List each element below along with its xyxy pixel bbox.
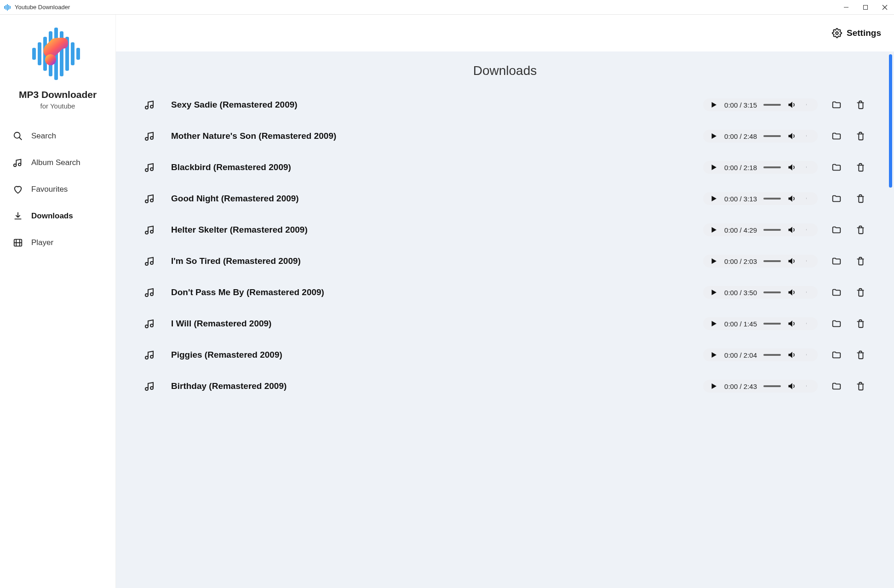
delete-button[interactable] [855, 350, 865, 360]
more-icon[interactable] [803, 101, 811, 109]
page-title: Downloads [116, 63, 894, 78]
progress-bar[interactable] [763, 198, 781, 200]
delete-button[interactable] [855, 194, 865, 204]
sidebar-item-album-search[interactable]: Album Search [8, 149, 107, 176]
delete-button[interactable] [855, 225, 865, 235]
progress-bar[interactable] [763, 385, 781, 387]
svg-rect-16 [71, 42, 74, 65]
progress-bar[interactable] [763, 229, 781, 231]
svg-point-27 [806, 167, 807, 167]
delete-button[interactable] [855, 100, 865, 110]
download-row: I'm So Tired (Remastered 2009) 0:00 / 2:… [138, 245, 872, 277]
delete-button[interactable] [855, 381, 865, 391]
play-button[interactable] [710, 351, 718, 359]
progress-bar[interactable] [763, 166, 781, 168]
open-folder-button[interactable] [831, 381, 842, 391]
more-icon[interactable] [803, 163, 811, 171]
volume-icon[interactable] [787, 194, 797, 203]
play-button[interactable] [710, 194, 718, 203]
track-title: Don't Pass Me By (Remastered 2009) [171, 287, 703, 297]
volume-icon[interactable] [787, 225, 797, 234]
open-folder-button[interactable] [831, 225, 842, 235]
open-folder-button[interactable] [831, 287, 842, 297]
app-logo [30, 24, 86, 84]
more-icon[interactable] [803, 257, 811, 265]
play-button[interactable] [710, 132, 718, 140]
progress-bar[interactable] [763, 291, 781, 293]
sidebar-item-label: Favourites [31, 185, 68, 194]
play-button[interactable] [710, 382, 718, 390]
settings-button[interactable]: Settings [832, 28, 881, 38]
play-button[interactable] [710, 226, 718, 234]
svg-point-47 [806, 385, 807, 386]
more-icon[interactable] [803, 194, 811, 203]
volume-icon[interactable] [787, 350, 797, 360]
music-icon [144, 131, 155, 142]
svg-point-39 [806, 292, 807, 292]
time-display: 0:00 / 1:45 [724, 320, 757, 328]
delete-button[interactable] [855, 131, 865, 141]
play-button[interactable] [710, 320, 718, 328]
volume-icon[interactable] [787, 288, 797, 297]
progress-bar[interactable] [763, 354, 781, 356]
download-row: Helter Skelter (Remastered 2009) 0:00 / … [138, 214, 872, 245]
play-button[interactable] [710, 101, 718, 109]
progress-bar[interactable] [763, 135, 781, 137]
delete-button[interactable] [855, 319, 865, 329]
music-icon [13, 158, 23, 168]
sidebar-item-search[interactable]: Search [8, 123, 107, 149]
track-title: Mother Nature's Son (Remastered 2009) [171, 131, 703, 141]
delete-button[interactable] [855, 162, 865, 172]
open-folder-button[interactable] [831, 256, 842, 266]
delete-button[interactable] [855, 287, 865, 297]
volume-icon[interactable] [787, 100, 797, 109]
volume-icon[interactable] [787, 163, 797, 172]
more-icon[interactable] [803, 320, 811, 328]
open-folder-button[interactable] [831, 162, 842, 172]
time-display: 0:00 / 2:04 [724, 351, 757, 359]
more-icon[interactable] [803, 132, 811, 140]
volume-icon[interactable] [787, 131, 797, 141]
svg-point-48 [806, 386, 807, 386]
window-minimize-button[interactable] [841, 2, 852, 13]
sidebar-item-downloads[interactable]: Downloads [8, 203, 107, 229]
open-folder-button[interactable] [831, 100, 842, 110]
volume-icon[interactable] [787, 319, 797, 328]
delete-button[interactable] [855, 256, 865, 266]
svg-rect-6 [864, 5, 868, 9]
sidebar-item-favourites[interactable]: Favourites [8, 176, 107, 203]
open-folder-button[interactable] [831, 131, 842, 141]
progress-bar[interactable] [763, 323, 781, 325]
play-button[interactable] [710, 257, 718, 265]
content: Downloads Sexy Sadie (Remastered 2009) 0… [116, 51, 894, 588]
sidebar-item-player[interactable]: Player [8, 229, 107, 256]
download-row: Piggies (Remastered 2009) 0:00 / 2:04 [138, 339, 872, 371]
music-icon [144, 318, 155, 329]
svg-point-35 [806, 260, 807, 261]
svg-rect-2 [7, 4, 8, 11]
audio-player: 0:00 / 3:50 [703, 286, 818, 299]
svg-point-45 [806, 354, 807, 355]
window-maximize-button[interactable] [860, 2, 871, 13]
track-title: Good Night (Remastered 2009) [171, 194, 703, 204]
progress-bar[interactable] [763, 104, 781, 106]
time-display: 0:00 / 4:29 [724, 226, 757, 234]
progress-bar[interactable] [763, 260, 781, 262]
more-icon[interactable] [803, 226, 811, 234]
open-folder-button[interactable] [831, 319, 842, 329]
volume-icon[interactable] [787, 257, 797, 266]
open-folder-button[interactable] [831, 350, 842, 360]
more-icon[interactable] [803, 351, 811, 359]
open-folder-button[interactable] [831, 194, 842, 204]
scrollbar-thumb[interactable] [889, 54, 892, 188]
more-icon[interactable] [803, 382, 811, 390]
svg-rect-9 [32, 48, 36, 60]
download-row: Birthday (Remastered 2009) 0:00 / 2:43 [138, 371, 872, 402]
play-button[interactable] [710, 288, 718, 297]
volume-icon[interactable] [787, 382, 797, 391]
svg-rect-3 [8, 5, 9, 10]
more-icon[interactable] [803, 288, 811, 297]
audio-player: 0:00 / 1:45 [703, 317, 818, 330]
play-button[interactable] [710, 163, 718, 171]
window-close-button[interactable] [879, 2, 890, 13]
